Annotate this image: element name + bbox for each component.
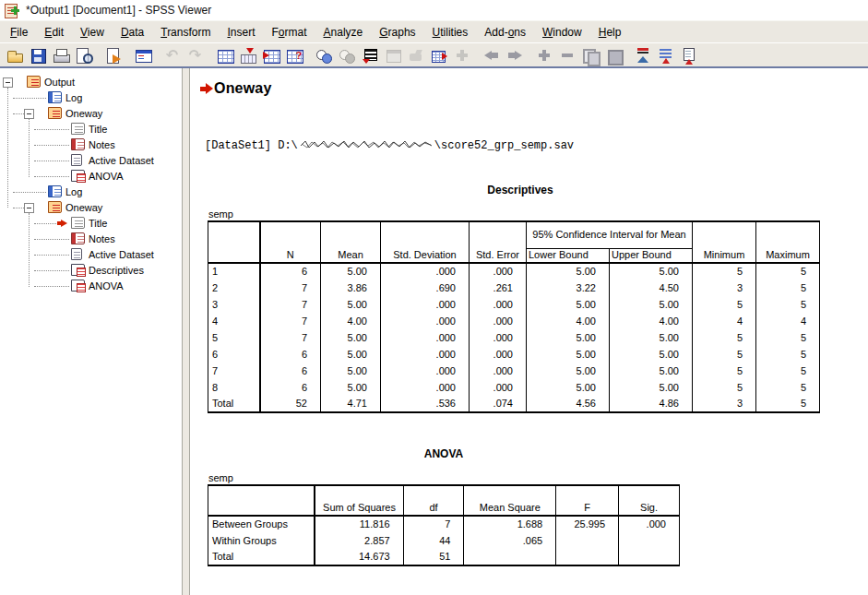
undo-button[interactable] <box>161 44 184 65</box>
use-sets-button[interactable] <box>312 44 335 65</box>
outline-item-title[interactable]: Title <box>0 122 182 137</box>
variables-button[interactable] <box>282 44 305 65</box>
column-header: Maximum <box>756 221 820 263</box>
export-output-button[interactable] <box>101 44 125 65</box>
menu-utilities[interactable]: Utilities <box>424 23 477 42</box>
outline-item-anova[interactable]: ANOVA <box>0 279 182 294</box>
save-button[interactable] <box>26 44 49 65</box>
hide-item-button[interactable] <box>601 44 624 65</box>
cell: .000 <box>381 263 470 280</box>
goto-data-button[interactable] <box>213 44 236 65</box>
open-file-button[interactable] <box>3 44 26 65</box>
expand-outline-button[interactable] <box>532 44 555 65</box>
descriptives-table[interactable]: NMeanStd. DeviationStd. Error95% Confide… <box>208 220 820 413</box>
demote-item-icon <box>657 46 675 65</box>
insert-heading-button[interactable] <box>677 44 700 65</box>
pane-splitter[interactable] <box>182 68 190 595</box>
outline-item-output[interactable]: Output <box>0 75 182 90</box>
table-row: Between Groups11.81671.68825.995.000 <box>208 516 680 532</box>
menu-edit[interactable]: Edit <box>36 23 72 42</box>
menu-transform[interactable]: Transform <box>152 23 219 42</box>
tree-connector <box>34 286 69 287</box>
cell: 51 <box>403 549 464 565</box>
print-preview-button[interactable] <box>72 44 95 65</box>
outline-item-oneway[interactable]: Oneway <box>0 106 182 122</box>
cell: 5.00 <box>321 379 381 396</box>
menu-window[interactable]: Window <box>534 23 590 42</box>
cell: 4.00 <box>527 313 610 329</box>
redo-button[interactable] <box>184 44 207 65</box>
outline-item-notes[interactable]: Notes <box>0 137 182 153</box>
menu-format[interactable]: Format <box>264 23 315 42</box>
menu-file[interactable]: File <box>2 23 36 42</box>
redo-icon <box>186 46 205 65</box>
outline-item-anova[interactable]: ANOVA <box>0 169 182 184</box>
outline-item-active-dataset[interactable]: Active Dataset <box>0 247 182 263</box>
variables-icon <box>285 46 303 65</box>
goto-data-icon <box>216 46 234 65</box>
menu-data[interactable]: Data <box>113 23 152 42</box>
select-last-output-button[interactable] <box>358 44 381 65</box>
outline-item-title[interactable]: Title <box>0 216 182 232</box>
cell <box>619 532 680 549</box>
anova-block: ANOVA semp Sum of SquaresdfMean SquareFS… <box>208 447 680 566</box>
designate-window-icon <box>384 46 402 65</box>
menu-add-ons[interactable]: Add-ons <box>476 23 534 42</box>
cell: 6 <box>260 363 321 379</box>
row-label: Between Groups <box>208 516 315 532</box>
hide-results-button[interactable] <box>404 44 427 65</box>
cell: 14.673 <box>315 549 403 565</box>
column-header: Upper Bound <box>610 248 693 263</box>
cell: .690 <box>381 280 470 296</box>
insert-chart-button[interactable] <box>427 44 450 65</box>
outline-item-label: Oneway <box>65 108 102 119</box>
designate-window-button[interactable] <box>381 44 404 65</box>
collapse-box[interactable] <box>24 109 34 119</box>
toolbar-separator <box>95 44 101 65</box>
previous-item-button[interactable] <box>480 44 503 65</box>
outline-item-oneway[interactable]: Oneway <box>0 200 182 216</box>
collapse-box[interactable] <box>24 203 34 213</box>
print-button[interactable] <box>49 44 72 65</box>
next-item-button[interactable] <box>503 44 526 65</box>
title-bar[interactable]: *Output1 [Document1] - SPSS Viewer <box>0 0 868 20</box>
show-item-button[interactable] <box>578 44 601 65</box>
outline-item-log[interactable]: Log <box>0 184 182 200</box>
insert-object-button[interactable] <box>450 44 473 65</box>
stub-header <box>208 221 260 263</box>
menu-help[interactable]: Help <box>590 23 630 42</box>
cell: 11.816 <box>315 516 403 532</box>
table-row: Within Groups2.85744.065 <box>208 532 680 549</box>
tree-connector <box>13 192 46 193</box>
select-cases-button[interactable] <box>259 44 282 65</box>
spss-viewer-window: *Output1 [Document1] - SPSS Viewer FileE… <box>0 0 868 595</box>
cell: 3 <box>693 280 756 296</box>
column-header: Mean Square <box>464 485 556 516</box>
cell: 5 <box>693 296 756 313</box>
promote-item-button[interactable] <box>631 44 654 65</box>
collapse-box[interactable] <box>3 77 13 88</box>
table-row: Total524.71.536.0744.564.8635 <box>208 396 820 412</box>
outline-item-descriptives[interactable]: Descriptives <box>0 263 182 279</box>
menu-view[interactable]: View <box>72 23 113 42</box>
previous-item-icon <box>482 46 501 65</box>
outline-item-notes[interactable]: Notes <box>0 232 182 247</box>
collapse-outline-button[interactable] <box>555 44 578 65</box>
menu-graphs[interactable]: Graphs <box>371 23 423 42</box>
tree-connector <box>34 239 69 240</box>
descriptives-caption: semp <box>208 208 833 220</box>
menu-insert[interactable]: Insert <box>219 23 263 42</box>
select-sets-button[interactable] <box>335 44 358 65</box>
anova-table[interactable]: Sum of SquaresdfMean SquareFSig.Between … <box>208 484 680 566</box>
menu-analyze[interactable]: Analyze <box>315 23 372 42</box>
outline-item-log[interactable]: Log <box>0 90 182 106</box>
outline-item-active-dataset[interactable]: Active Dataset <box>0 153 182 169</box>
save-icon <box>29 46 47 65</box>
table-row: 375.00.000.0005.005.0055 <box>208 296 820 313</box>
goto-case-button[interactable] <box>236 44 259 65</box>
app-icon[interactable] <box>5 3 19 18</box>
demote-item-button[interactable] <box>654 44 677 65</box>
cell: 4.86 <box>610 396 693 412</box>
recall-dialog-button[interactable] <box>131 44 154 65</box>
output-icon <box>27 76 41 88</box>
